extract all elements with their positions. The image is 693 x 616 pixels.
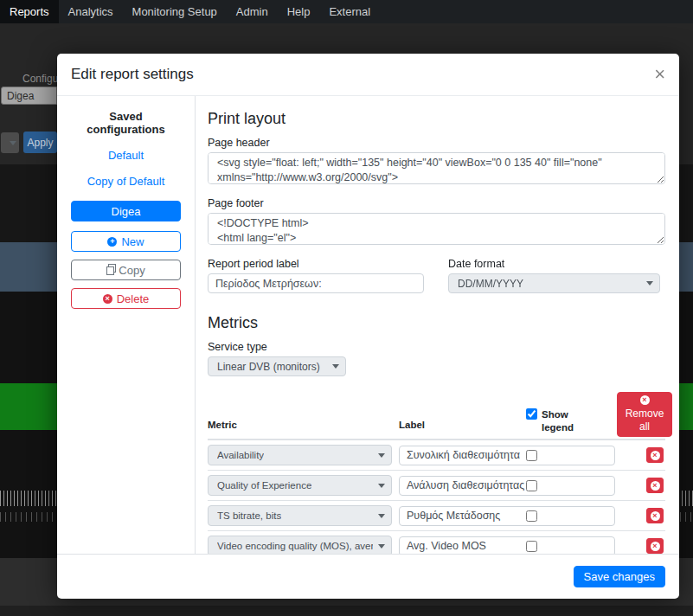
metric-select[interactable]: Quality of Experience [208,475,392,496]
date-format-select[interactable]: DD/MM/YYYY [448,273,660,293]
delete-metric-button[interactable]: × [646,478,664,493]
date-format-label: Date format [448,258,665,270]
metric-table-row: Availability × [208,440,665,470]
plus-circle-icon: + [107,237,117,247]
show-legend-checkbox[interactable] [526,480,537,491]
chevron-down-icon [378,544,385,549]
x-circle-icon: × [103,294,112,304]
service-type-select[interactable]: Linear DVB (monitors) [208,356,346,376]
configuration-dropdown-button [1,132,19,153]
nav-item-help[interactable]: Help [278,0,320,23]
service-type-label: Service type [208,341,665,353]
edit-report-settings-modal: Edit report settings × Saved configurati… [57,54,679,599]
modal-header: Edit report settings × [57,54,679,96]
metric-select-value: Video encoding quality (MOS), average [217,541,373,551]
nav-item-reports[interactable]: Reports [0,0,59,23]
save-changes-button[interactable]: Save changes [574,566,665,587]
date-format-value: DD/MM/YYYY [458,278,523,290]
modal-body: Saved configurations Default Copy of Def… [57,96,679,554]
metrics-heading: Metrics [208,314,665,332]
new-button-label: New [121,235,144,248]
metric-table-row: TS bitrate, bits × [208,500,665,530]
metrics-rows: Availability × Quality of Experience × T… [208,440,665,554]
chevron-down-icon [378,453,385,458]
copy-icon [106,266,114,274]
saved-configurations-sidebar: Saved configurations Default Copy of Def… [57,96,195,554]
metric-select-value: Availability [217,450,264,460]
modal-footer: Save changes [57,554,679,599]
delete-config-button[interactable]: × Delete [71,288,181,309]
close-icon[interactable]: × [654,65,665,84]
page-footer-label: Page footer [208,197,665,209]
selected-config-label: Digea [112,205,141,218]
chevron-down-icon [10,141,16,145]
config-link-default[interactable]: Default [71,149,181,162]
metric-label-input[interactable] [399,476,615,496]
metric-label-input[interactable] [399,536,615,555]
print-layout-heading: Print layout [208,110,665,128]
metric-column-header: Metric [208,420,392,437]
chevron-down-icon [378,484,385,488]
nav-item-monitoring-setup[interactable]: Monitoring Setup [123,0,227,23]
remove-all-label: Remove all [623,407,666,433]
metric-select-value: Quality of Experience [217,480,311,491]
metric-table-row: Video encoding quality (MOS), average × [208,530,665,554]
date-format-field-group: Date format DD/MM/YYYY [448,258,665,293]
x-circle-icon: × [651,511,660,521]
x-circle-icon: × [651,542,660,551]
report-period-field-group: Report period label [208,258,424,293]
show-legend-header-label: Show legend [542,408,578,433]
nav-item-analytics[interactable]: Analytics [59,0,123,23]
chevron-down-icon [646,281,653,286]
x-circle-icon: × [651,451,660,460]
x-circle-icon: × [640,395,650,405]
show-legend-checkbox[interactable] [526,450,537,461]
metric-label-input[interactable] [399,446,615,465]
metric-select[interactable]: TS bitrate, bits [208,505,392,526]
background-band [0,606,693,616]
copy-config-button[interactable]: Copy [71,260,181,280]
show-legend-checkbox[interactable] [526,510,537,522]
modal-title: Edit report settings [71,66,194,83]
new-config-button[interactable]: + New [71,231,181,252]
saved-configurations-heading: Saved configurations [71,110,181,136]
report-period-input[interactable] [208,273,424,293]
metric-label-input[interactable] [399,506,615,526]
page-header-textarea[interactable] [208,152,665,184]
configuration-select: Digea [1,87,57,105]
service-type-value: Linear DVB (monitors) [217,361,320,373]
page-footer-textarea[interactable] [208,213,665,245]
nav-item-external[interactable]: External [319,0,380,23]
show-legend-checkbox[interactable] [526,541,537,552]
apply-button: Apply [23,132,57,153]
delete-button-label: Delete [117,292,150,305]
modal-content: Print layout Page header Page footer Rep… [195,96,679,554]
delete-metric-button[interactable]: × [646,508,664,523]
page-header-label: Page header [208,137,665,149]
metric-select[interactable]: Availability [208,445,392,465]
remove-all-button[interactable]: × Remove all [617,392,672,437]
metric-table-row: Quality of Experience × [208,470,665,500]
config-selected-digea-button[interactable]: Digea [71,201,181,221]
x-circle-icon: × [651,481,660,491]
metric-select-value: TS bitrate, bits [217,510,281,521]
top-navbar: Reports Analytics Monitoring Setup Admin… [0,0,693,23]
label-column-header: Label [399,420,517,437]
report-period-label: Report period label [208,258,424,270]
chevron-down-icon [378,514,385,518]
delete-metric-button[interactable]: × [646,538,664,554]
chevron-down-icon [332,364,339,369]
show-legend-header-checkbox[interactable] [526,408,537,420]
copy-button-label: Copy [119,264,144,277]
show-legend-header: Show legend [523,408,610,437]
metrics-table: Metric Label Show legend × Remove all Av… [208,392,665,554]
nav-item-admin[interactable]: Admin [227,0,278,23]
delete-metric-button[interactable]: × [646,447,664,463]
metric-select[interactable]: Video encoding quality (MOS), average [208,536,392,554]
config-link-copy-of-default[interactable]: Copy of Default [71,175,181,188]
metrics-table-header: Metric Label Show legend × Remove all [208,392,665,440]
